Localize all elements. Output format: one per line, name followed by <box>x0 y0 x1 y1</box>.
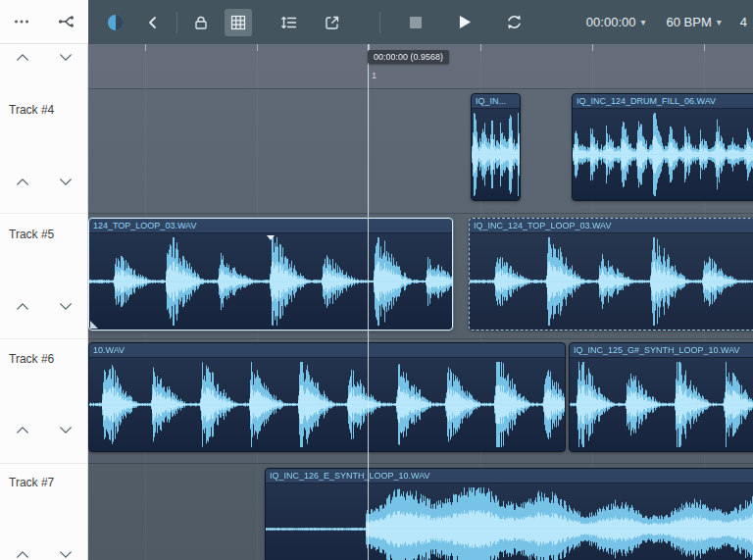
time-signature-display[interactable]: 4 <box>740 15 747 29</box>
split-tool-icon <box>58 13 75 30</box>
open-external-button[interactable] <box>319 9 346 36</box>
audio-clip[interactable]: IQ_INC_124_DRUM_FILL_06.WAV <box>572 93 753 201</box>
ellipsis-icon <box>13 13 30 30</box>
clip-title: 124_TOP_LOOP_03.WAV <box>93 221 196 230</box>
clip-title: IQ_INC_125_G#_SYNTH_LOOP_10.WAV <box>574 345 740 355</box>
chevron-down-button[interactable] <box>56 298 75 314</box>
track-reorder-controls <box>0 422 88 437</box>
clip-title: IQ_IN... <box>476 96 506 106</box>
playhead-tooltip: 00:00:00 (0.9568) <box>368 50 449 64</box>
clip-header: 10.WAV <box>89 343 565 358</box>
play-icon <box>459 15 472 29</box>
time-display[interactable]: 00:00:00 ▾ <box>586 15 646 29</box>
sidebar-divider <box>0 213 88 214</box>
clip-header: IQ_INC_125_G#_SYNTH_LOOP_10.WAV <box>570 343 753 358</box>
chevron-up-button[interactable] <box>13 49 32 65</box>
track-reorder-controls <box>0 298 88 314</box>
chevron-down-icon <box>59 302 73 311</box>
bpm-display[interactable]: 60 BPM ▾ <box>666 15 721 29</box>
ruler-tick <box>704 44 705 51</box>
chevron-down-button[interactable] <box>56 422 75 437</box>
waveform <box>472 110 520 199</box>
split-tool-button[interactable] <box>53 8 80 35</box>
contrast-button[interactable] <box>102 9 129 36</box>
clip-title: IQ_INC_124_TOP_LOOP_03.WAV <box>474 221 611 230</box>
toolbar-left-panel <box>0 0 88 44</box>
lock-icon <box>192 14 210 31</box>
contrast-icon <box>106 13 126 32</box>
chevron-left-icon <box>144 14 162 31</box>
time-value: 00:00:00 <box>586 15 636 29</box>
loop-button[interactable] <box>500 9 527 36</box>
lane-divider <box>88 338 753 339</box>
list-icon <box>280 14 298 31</box>
audio-clip[interactable]: 10.WAV <box>88 342 566 452</box>
waveform <box>89 359 565 450</box>
clip-header: IQ_INC_126_E_SYNTH_LOOP_10.WAV <box>266 469 753 484</box>
play-button[interactable] <box>451 9 478 36</box>
clip-title: IQ_INC_124_DRUM_FILL_06.WAV <box>577 96 716 106</box>
audio-clip[interactable]: IQ_INC_125_G#_SYNTH_LOOP_10.WAV <box>569 342 753 452</box>
audio-clip-ghost[interactable]: IQ_INC_124_TOP_LOOP_03.WAV <box>469 218 753 331</box>
chevron-up-icon <box>16 426 29 434</box>
grid-icon <box>229 14 247 31</box>
waveform <box>570 359 753 450</box>
sidebar-divider <box>0 463 88 464</box>
grid-snap-button[interactable] <box>225 9 252 36</box>
chevron-up-button[interactable] <box>13 298 32 314</box>
audio-clip[interactable]: IQ_INC_126_E_SYNTH_LOOP_10.WAV <box>265 468 753 560</box>
ruler-tick <box>592 44 593 51</box>
track-label[interactable]: Track #7 <box>9 476 54 489</box>
chevron-up-button[interactable] <box>13 174 32 189</box>
chevron-down-icon <box>59 53 73 62</box>
toolbar-main: 00:00:00 ▾ 60 BPM ▾ 4 <box>88 0 753 44</box>
clip-header: IQ_INC_124_DRUM_FILL_06.WAV <box>573 94 753 109</box>
chevron-up-icon <box>16 53 29 62</box>
ruler-tick <box>480 44 481 51</box>
chevron-down-button[interactable] <box>56 546 75 560</box>
stop-icon <box>409 16 423 29</box>
chevron-down-button[interactable] <box>56 49 75 65</box>
track-label[interactable]: Track #4 <box>9 103 54 117</box>
caret-down-icon: ▾ <box>717 18 722 27</box>
track-sidebar: Track #4 Track #5 Track #6 Track #7 <box>0 44 88 560</box>
clip-title: IQ_INC_126_E_SYNTH_LOOP_10.WAV <box>270 471 430 481</box>
clip-header: IQ_INC_124_TOP_LOOP_03.WAV <box>470 219 753 233</box>
loop-icon <box>505 13 524 31</box>
chevron-up-icon <box>16 550 29 559</box>
back-button[interactable] <box>139 9 167 36</box>
toolbar: 00:00:00 ▾ 60 BPM ▾ 4 <box>0 0 753 44</box>
chevron-up-button[interactable] <box>13 422 32 437</box>
chevron-down-icon <box>59 178 73 186</box>
track-reorder-controls <box>0 546 88 560</box>
clip-resize-handle[interactable] <box>90 321 98 329</box>
track-reorder-controls <box>0 49 88 65</box>
lane-divider <box>88 213 753 214</box>
clip-fade-handle[interactable] <box>267 235 275 240</box>
playhead <box>368 44 369 560</box>
stop-button[interactable] <box>402 9 429 36</box>
clip-header: 124_TOP_LOOP_03.WAV <box>89 219 452 233</box>
lane-divider <box>88 88 753 89</box>
waveform <box>89 234 452 329</box>
clip-header: IQ_IN... <box>472 94 520 109</box>
caret-down-icon: ▾ <box>640 18 645 27</box>
track-reorder-controls <box>0 174 88 189</box>
track-label[interactable]: Track #5 <box>9 228 54 241</box>
chevron-down-icon <box>59 426 73 434</box>
audio-clip[interactable]: IQ_IN... <box>471 93 521 201</box>
menu-button[interactable] <box>8 8 35 35</box>
chevron-up-icon <box>16 302 29 311</box>
chevron-up-icon <box>16 178 29 186</box>
lock-button[interactable] <box>187 9 215 36</box>
track-label[interactable]: Track #6 <box>9 352 54 366</box>
waveform <box>266 484 753 560</box>
toolbar-divider <box>379 12 380 33</box>
audio-clip-selected[interactable]: 124_TOP_LOOP_03.WAV <box>88 218 453 331</box>
lane-divider <box>88 463 753 464</box>
track-list-button[interactable] <box>276 9 303 36</box>
chevron-up-button[interactable] <box>13 546 32 560</box>
bpm-value: 60 BPM <box>666 15 711 29</box>
chevron-down-button[interactable] <box>56 174 75 189</box>
timeline: IQ_IN... IQ_INC_124_DRUM_FILL_06.WAV 124… <box>88 44 753 560</box>
